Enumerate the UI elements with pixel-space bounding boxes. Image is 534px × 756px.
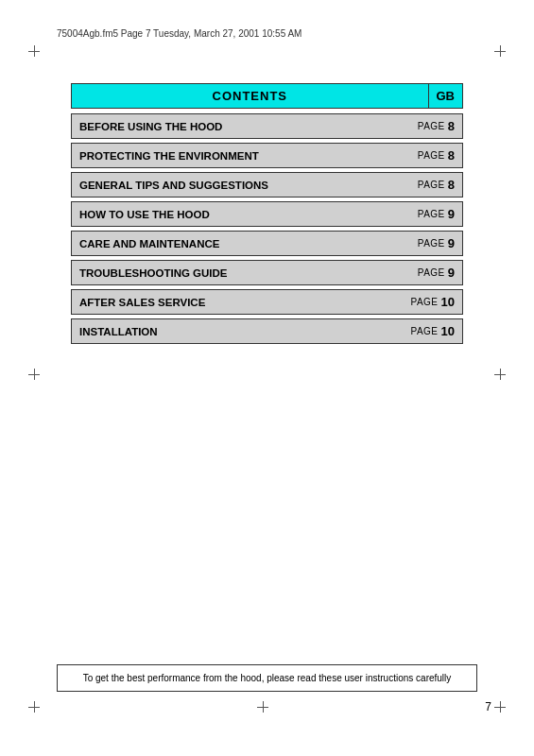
toc-row-page: PAGE9 <box>396 261 462 284</box>
toc-row-label: HOW TO USE THE HOOD <box>72 202 396 226</box>
cross-bot-right <box>492 699 508 714</box>
toc-row: GENERAL TIPS AND SUGGESTIONSPAGE8 <box>71 172 463 198</box>
page-word: PAGE <box>418 180 445 190</box>
contents-gb-label: GB <box>437 89 456 103</box>
cross-bot-left <box>26 699 42 714</box>
toc-row-label: INSTALLATION <box>72 319 396 343</box>
page-wrapper: 75004Agb.fm5 Page 7 Tuesday, March 27, 2… <box>0 0 534 756</box>
footer-note: To get the best performance from the hoo… <box>57 664 477 692</box>
page-number: 7 <box>485 700 491 713</box>
toc-row-label: AFTER SALES SERVICE <box>72 290 396 314</box>
cross-mid-right <box>492 367 508 382</box>
toc-row-label-text: BEFORE USING THE HOOD <box>79 121 222 132</box>
toc-row-label: GENERAL TIPS AND SUGGESTIONS <box>72 173 396 197</box>
page-word: PAGE <box>410 326 438 336</box>
page-num: 9 <box>448 266 455 280</box>
toc-row: INSTALLATIONPAGE10 <box>71 318 463 344</box>
page-word: PAGE <box>418 238 445 249</box>
toc-row: CARE AND MAINTENANCEPAGE9 <box>71 231 463 256</box>
toc-row: BEFORE USING THE HOODPAGE8 <box>71 113 463 139</box>
cross-top-right <box>492 43 508 59</box>
page-word: PAGE <box>418 121 445 131</box>
toc-row-page: PAGE9 <box>396 202 462 226</box>
toc-row-label-text: PROTECTING THE ENVIRONMENT <box>79 150 259 162</box>
toc-row-label-text: INSTALLATION <box>79 326 158 337</box>
toc-row-page: PAGE10 <box>396 290 462 314</box>
toc-row: PROTECTING THE ENVIRONMENTPAGE8 <box>71 143 463 168</box>
toc-row-label-text: HOW TO USE THE HOOD <box>79 209 210 220</box>
toc-row-page: PAGE9 <box>396 232 462 255</box>
toc-row-label-text: GENERAL TIPS AND SUGGESTIONS <box>79 180 268 191</box>
toc-row: AFTER SALES SERVICEPAGE10 <box>71 289 463 315</box>
file-info: 75004Agb.fm5 Page 7 Tuesday, March 27, 2… <box>57 28 301 39</box>
header-bar: 75004Agb.fm5 Page 7 Tuesday, March 27, 2… <box>57 28 506 39</box>
toc-row-label: TROUBLESHOOTING GUIDE <box>72 261 396 284</box>
contents-title-text: CONTENTS <box>213 89 288 103</box>
contents-title-main: CONTENTS <box>71 83 429 109</box>
toc-row-page: PAGE10 <box>396 319 462 343</box>
page-num: 9 <box>448 207 455 221</box>
page-num: 8 <box>448 178 455 192</box>
page-num: 10 <box>441 324 455 338</box>
contents-section: CONTENTS GB BEFORE USING THE HOODPAGE8PR… <box>71 83 463 348</box>
toc-row-label: CARE AND MAINTENANCE <box>72 232 396 255</box>
toc-row-label-text: CARE AND MAINTENANCE <box>79 238 219 249</box>
cross-mid-left <box>26 367 42 382</box>
toc-row-label-text: AFTER SALES SERVICE <box>79 297 205 308</box>
page-word: PAGE <box>418 267 445 278</box>
page-word: PAGE <box>418 150 445 161</box>
page-num: 10 <box>441 295 455 309</box>
toc-row: TROUBLESHOOTING GUIDEPAGE9 <box>71 260 463 285</box>
cross-bot-mid <box>255 699 270 714</box>
page-num: 8 <box>448 148 455 163</box>
cross-top-left <box>26 43 42 59</box>
toc-row-page: PAGE8 <box>396 144 462 167</box>
toc-row-label-text: TROUBLESHOOTING GUIDE <box>79 267 228 279</box>
toc-rows-container: BEFORE USING THE HOODPAGE8PROTECTING THE… <box>71 113 463 344</box>
toc-row-label: BEFORE USING THE HOOD <box>72 114 396 138</box>
footer-note-text: To get the best performance from the hoo… <box>83 673 452 683</box>
toc-row: HOW TO USE THE HOODPAGE9 <box>71 201 463 227</box>
page-word: PAGE <box>418 209 445 219</box>
page-num: 9 <box>448 236 455 250</box>
toc-row-label: PROTECTING THE ENVIRONMENT <box>72 144 396 167</box>
toc-row-page: PAGE8 <box>396 173 462 197</box>
page-num: 8 <box>448 119 455 133</box>
page-word: PAGE <box>410 297 438 307</box>
contents-title-row: CONTENTS GB <box>71 83 463 109</box>
toc-row-page: PAGE8 <box>396 114 462 138</box>
contents-gb-box: GB <box>429 83 464 109</box>
